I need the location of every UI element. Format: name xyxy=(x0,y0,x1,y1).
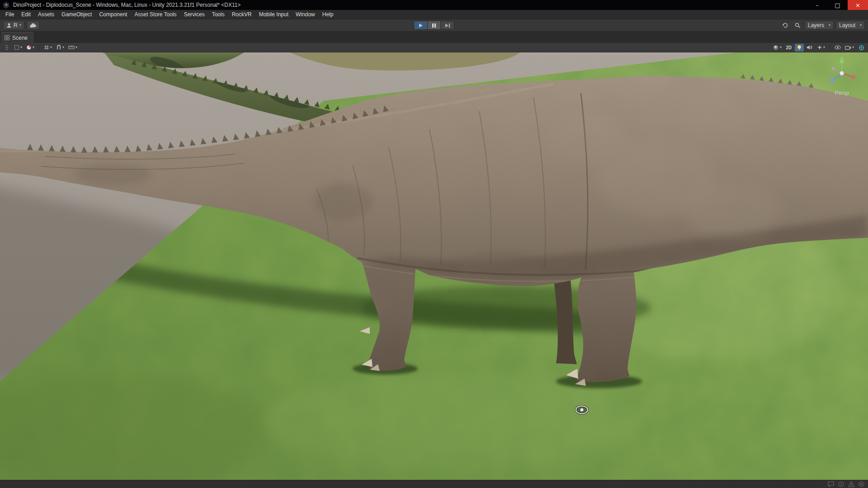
menu-file[interactable]: File xyxy=(2,10,18,19)
caret-down-icon: ▾ xyxy=(780,46,782,49)
pause-button[interactable] xyxy=(427,21,441,30)
caret-down-icon: ▾ xyxy=(50,46,52,49)
account-initial: R xyxy=(14,22,18,28)
caret-down-icon: ▾ xyxy=(860,23,862,27)
overlay-grip-handle[interactable] xyxy=(2,44,11,52)
layers-label: Layers xyxy=(808,22,824,28)
scene-lighting-toggle[interactable] xyxy=(795,44,804,52)
step-button[interactable] xyxy=(441,21,454,30)
speaker-icon xyxy=(807,45,812,50)
caret-down-icon: ▾ xyxy=(823,46,825,49)
separator xyxy=(830,45,830,50)
caret-down-icon: ▾ xyxy=(33,46,34,49)
projection-label[interactable]: Persp xyxy=(835,90,849,96)
scene-tab-icon xyxy=(5,35,9,40)
camera-settings-dropdown[interactable]: ▾ xyxy=(844,44,855,52)
caret-down-icon: ▾ xyxy=(75,46,77,49)
2d-label: 2D xyxy=(786,45,792,50)
cloud-icon xyxy=(30,23,37,28)
grid-icon xyxy=(44,45,49,50)
menu-assets[interactable]: Assets xyxy=(34,10,58,19)
caret-down-icon: ▾ xyxy=(20,46,22,49)
measure-tool-dropdown[interactable]: ▾ xyxy=(67,44,79,52)
history-icon xyxy=(782,22,788,28)
window-title: DinoProject - Diplodocus_Scene - Windows… xyxy=(13,2,241,8)
menu-mobile-input[interactable]: Mobile Input xyxy=(255,10,292,19)
scene-view-toolbar: ▾ ▾ ▾ ▾ ▾ xyxy=(0,43,868,52)
menu-rockvr[interactable]: RockVR xyxy=(228,10,255,19)
menu-edit[interactable]: Edit xyxy=(18,10,34,19)
console-warning-icon[interactable] xyxy=(848,481,854,487)
layout-label: Layout xyxy=(839,22,855,28)
play-controls xyxy=(414,21,454,30)
tool-settings-dropdown[interactable]: ▾ xyxy=(13,44,24,52)
menu-tools[interactable]: Tools xyxy=(208,10,228,19)
main-toolbar: R ▾ xyxy=(0,19,868,32)
play-button[interactable] xyxy=(414,21,427,30)
effects-dropdown[interactable]: ▾ xyxy=(816,44,826,52)
menu-services[interactable]: Services xyxy=(180,10,208,19)
separator xyxy=(39,45,39,50)
tab-bar: Scene xyxy=(0,32,868,43)
ruler-icon xyxy=(68,45,75,50)
search-icon xyxy=(794,22,801,28)
menubar: File Edit Assets GameObject Component As… xyxy=(0,10,868,19)
toolbar-right-group: Layers ▾ Layout ▾ xyxy=(780,21,865,30)
unity-editor-window: DinoProject - Diplodocus_Scene - Windows… xyxy=(0,0,868,488)
caret-down-icon: ▾ xyxy=(852,46,854,49)
undo-history-button[interactable] xyxy=(780,21,790,30)
caret-down-icon: ▾ xyxy=(62,46,64,49)
audio-toggle[interactable] xyxy=(805,44,814,52)
console-info-icon[interactable] xyxy=(838,481,844,487)
layers-dropdown[interactable]: Layers ▾ xyxy=(805,21,834,30)
menu-window[interactable]: Window xyxy=(292,10,319,19)
gizmos-icon xyxy=(859,45,864,51)
scene-viewport[interactable]: Persp xyxy=(0,52,868,480)
person-icon xyxy=(6,23,12,28)
caret-down-icon: ▾ xyxy=(829,23,830,27)
pivot-sphere-icon xyxy=(26,45,32,50)
eye-cursor-icon xyxy=(576,406,588,414)
status-icons xyxy=(828,481,864,487)
gizmos-dropdown[interactable] xyxy=(857,44,866,52)
increment-snap-dropdown[interactable]: ▾ xyxy=(55,44,66,52)
snap-magnet-icon xyxy=(56,45,61,50)
search-button[interactable] xyxy=(793,21,802,30)
console-error-icon[interactable] xyxy=(859,481,864,487)
tab-scene[interactable]: Scene xyxy=(1,32,34,43)
console-message-icon[interactable] xyxy=(828,481,834,487)
rect-tool-icon xyxy=(14,45,19,50)
cloud-services-button[interactable] xyxy=(27,21,40,30)
grid-snap-dropdown[interactable]: ▾ xyxy=(42,44,53,52)
grip-icon xyxy=(5,45,8,50)
close-button[interactable]: × xyxy=(848,0,868,10)
effects-star-icon xyxy=(817,45,822,50)
lightbulb-icon xyxy=(797,45,802,51)
caret-down-icon: ▾ xyxy=(19,23,21,27)
menu-asset-store-tools[interactable]: Asset Store Tools xyxy=(131,10,180,19)
status-bar xyxy=(0,480,868,488)
2d-toggle[interactable]: 2D xyxy=(784,44,793,52)
hidden-objects-toggle[interactable] xyxy=(833,44,842,52)
visibility-eye-icon xyxy=(835,45,841,50)
titlebar[interactable]: DinoProject - Diplodocus_Scene - Windows… xyxy=(0,0,868,10)
pivot-orientation-dropdown[interactable]: ▾ xyxy=(25,44,36,52)
menu-gameobject[interactable]: GameObject xyxy=(58,10,95,19)
menu-help[interactable]: Help xyxy=(319,10,337,19)
scene-tab-label: Scene xyxy=(12,35,28,41)
menu-component[interactable]: Component xyxy=(95,10,131,19)
minimize-button[interactable]: – xyxy=(807,0,827,10)
maximize-button[interactable]: □ xyxy=(827,0,848,10)
window-controls: – □ × xyxy=(807,0,868,10)
draw-mode-dropdown[interactable]: ▾ xyxy=(772,44,783,52)
unity-logo-icon xyxy=(3,2,9,9)
layout-dropdown[interactable]: Layout ▾ xyxy=(836,21,865,30)
shaded-sphere-icon xyxy=(773,45,779,51)
camera-icon xyxy=(845,45,851,50)
account-dropdown[interactable]: R ▾ xyxy=(3,21,24,30)
